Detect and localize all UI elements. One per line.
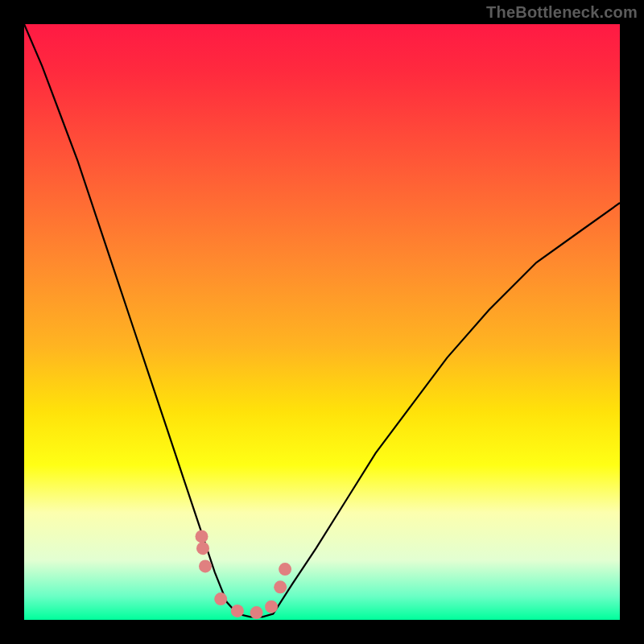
- scatter-point: [265, 601, 278, 613]
- chart-frame: TheBottleneck.com: [0, 0, 644, 644]
- scatter-point: [199, 559, 212, 572]
- scatter-point: [196, 542, 209, 555]
- scatter-point: [231, 605, 244, 617]
- scatter-point: [196, 530, 208, 543]
- scatter-point: [214, 592, 227, 605]
- scatter-point: [274, 580, 287, 593]
- scatter-point: [279, 563, 291, 576]
- chart-svg: [24, 24, 620, 620]
- scatter-point: [250, 606, 263, 619]
- watermark-text: TheBottleneck.com: [486, 3, 638, 22]
- bottleneck-curve: [24, 24, 620, 617]
- scatter-group: [196, 530, 292, 619]
